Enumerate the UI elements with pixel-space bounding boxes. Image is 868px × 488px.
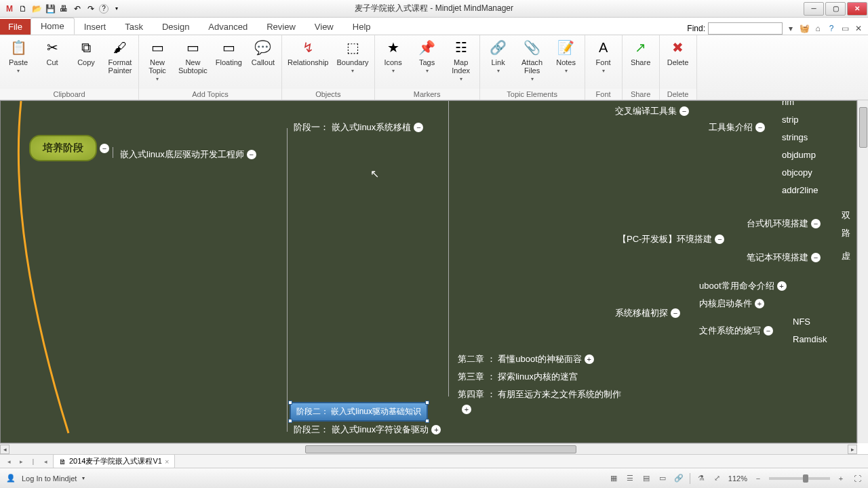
cut-button[interactable]: ✂Cut <box>39 38 65 66</box>
qat-dropdown-icon[interactable]: ▾ <box>111 3 122 14</box>
ribbon-minimize-icon[interactable]: ▭ <box>840 23 850 34</box>
ribbon-close-icon[interactable]: ✕ <box>853 23 864 34</box>
expand-icon[interactable]: + <box>431 425 441 434</box>
topic-tool-addr2line[interactable]: addr2line <box>782 185 818 195</box>
format-painter-button[interactable]: 🖌FormatPainter <box>107 38 133 75</box>
topic-tool-objdump[interactable]: objdump <box>782 150 816 160</box>
topic-stage2-selected[interactable]: 阶段二： 嵌入式linux驱动基础知识 <box>290 402 428 422</box>
link-dropdown-icon[interactable]: ▾ <box>497 68 500 74</box>
help-icon[interactable]: ? <box>99 4 108 14</box>
collapse-icon[interactable]: − <box>671 308 680 318</box>
document-tab[interactable]: 🗎 2014麦子学院嵌入式课程V1 × <box>53 454 175 468</box>
topic-nfs[interactable]: NFS <box>793 317 810 327</box>
callout-button[interactable]: 💬Callout <box>250 38 276 66</box>
tab-view[interactable]: View <box>305 19 343 35</box>
horizontal-scrollbar[interactable]: ◂ ▸ <box>0 443 857 454</box>
boundary-button[interactable]: ⬚Boundary▾ <box>337 38 369 74</box>
root-topic[interactable]: 培养阶段 − <box>29 135 109 161</box>
topic-tool-strip[interactable]: strip <box>782 115 799 125</box>
new-doc-icon[interactable]: 🗋 <box>18 3 28 14</box>
nav-back-icon[interactable]: ◂ <box>4 457 14 466</box>
expand-icon[interactable]: + <box>777 281 787 291</box>
topic-extra2[interactable]: 路 <box>842 227 850 239</box>
share-button[interactable]: ↗Share <box>628 38 654 66</box>
tab-insert[interactable]: Insert <box>75 19 116 35</box>
nav-first-icon[interactable]: ◂ <box>41 457 50 466</box>
topic-desktop-env[interactable]: 台式机环境搭建 − <box>747 218 821 230</box>
collapse-icon[interactable]: − <box>414 123 423 132</box>
collapse-icon[interactable]: − <box>811 219 821 228</box>
zoom-in-icon[interactable]: + <box>835 473 846 484</box>
scroll-thumb[interactable] <box>859 107 867 148</box>
topic-stage3[interactable]: 阶段三： 嵌入式linux字符设备驱动 + <box>294 424 441 436</box>
tags-dropdown-icon[interactable]: ▾ <box>426 68 429 74</box>
topic-chapter-4[interactable]: 第四章 ： 有朋至远方来之文件系统的制作 <box>458 388 621 401</box>
view-outline-icon[interactable]: ☰ <box>625 473 635 484</box>
notes-dropdown-icon[interactable]: ▾ <box>565 68 568 74</box>
filter-icon[interactable]: ⚗ <box>696 473 707 484</box>
font-dropdown-icon[interactable]: ▾ <box>602 68 605 74</box>
topic-engineer[interactable]: 嵌入式linux底层驱动开发工程师 − <box>120 148 256 161</box>
login-dropdown-icon[interactable]: ▾ <box>82 475 85 481</box>
topic-sys-port[interactable]: 系统移植初探 − <box>615 307 680 319</box>
collapse-icon[interactable]: − <box>100 144 109 153</box>
topic-stage1[interactable]: 阶段一： 嵌入式linux系统移植 − <box>294 121 423 134</box>
scroll-right-icon[interactable]: ▸ <box>848 445 857 454</box>
tab-task[interactable]: Task <box>115 19 153 35</box>
topic-chapter-2[interactable]: 第二章 ： 看懂uboot的神秘面容 + <box>458 353 594 365</box>
attach-files-dropdown-icon[interactable]: ▾ <box>531 76 534 82</box>
basket-icon[interactable]: 🧺 <box>799 23 810 34</box>
close-button[interactable]: ✕ <box>847 2 867 16</box>
fit-icon[interactable]: ⤢ <box>712 473 723 484</box>
save-icon[interactable]: 💾 <box>45 3 56 14</box>
attach-files-button[interactable]: 📎AttachFiles▾ <box>519 38 545 82</box>
tab-help[interactable]: Help <box>343 19 380 35</box>
copy-button[interactable]: ⧉Copy <box>73 38 99 66</box>
topic-ramdisk[interactable]: Ramdisk <box>793 334 827 344</box>
tab-advanced[interactable]: Advanced <box>199 19 257 35</box>
zoom-value[interactable]: 112% <box>728 474 747 483</box>
home-icon[interactable]: ⌂ <box>812 23 823 34</box>
tab-home[interactable]: Home <box>31 18 75 35</box>
tags-button[interactable]: 📌Tags▾ <box>414 38 440 74</box>
map-index-button[interactable]: ☷MapIndex▾ <box>448 38 474 82</box>
new-topic-dropdown-icon[interactable]: ▾ <box>156 76 159 82</box>
view-map-icon[interactable]: ▦ <box>608 473 619 484</box>
zoom-thumb[interactable] <box>803 474 808 483</box>
redo-icon[interactable]: ↷ <box>85 3 96 14</box>
boundary-dropdown-icon[interactable]: ▾ <box>351 68 354 74</box>
file-tab[interactable]: File <box>0 19 31 35</box>
tab-review[interactable]: Review <box>257 19 305 35</box>
expand-icon[interactable]: + <box>755 299 764 308</box>
expand-stage2[interactable]: + <box>462 405 471 414</box>
expand-icon[interactable]: + <box>585 354 594 364</box>
topic-uboot-cmd[interactable]: uboot常用命令介绍 + <box>699 280 787 292</box>
icons-dropdown-icon[interactable]: ▾ <box>392 68 395 74</box>
topic-toolset-intro[interactable]: 工具集介绍 − <box>709 121 765 134</box>
print-icon[interactable]: 🖶 <box>58 3 69 14</box>
find-input[interactable] <box>708 22 783 35</box>
topic-tool-objcopy[interactable]: objcopy <box>782 167 812 178</box>
vertical-scrollbar[interactable] <box>857 100 868 443</box>
topic-laptop-env[interactable]: 笔记本环境搭建 − <box>747 251 821 264</box>
help-circle-icon[interactable]: ? <box>826 23 837 34</box>
topic-kernel-boot[interactable]: 内核启动条件 + <box>699 298 764 310</box>
login-link[interactable]: Log In to Mindjet <box>22 474 77 483</box>
close-tab-icon[interactable]: × <box>165 458 169 466</box>
relationship-button[interactable]: ↯Relationship <box>288 38 329 66</box>
font-button[interactable]: AFont▾ <box>591 38 616 74</box>
topic-fs-burn[interactable]: 文件系统的烧写 − <box>699 325 773 337</box>
view-gantt-icon[interactable]: ▤ <box>641 473 652 484</box>
topic-tool-strings[interactable]: strings <box>782 132 808 142</box>
scroll-left-icon[interactable]: ◂ <box>0 445 9 454</box>
collapse-icon[interactable]: − <box>715 235 724 244</box>
find-dropdown-icon[interactable]: ▾ <box>785 23 796 34</box>
zoom-out-icon[interactable]: − <box>753 473 764 484</box>
collapse-icon[interactable]: − <box>764 326 773 336</box>
paste-dropdown-icon[interactable]: ▾ <box>17 68 20 74</box>
nav-fwd-icon[interactable]: ▸ <box>16 457 26 466</box>
delete-button[interactable]: ✖Delete <box>665 38 691 66</box>
zoom-slider[interactable] <box>769 477 830 480</box>
topic-pc-dev[interactable]: 【PC-开发板】环境搭建 − <box>618 233 724 245</box>
maximize-button[interactable]: ▢ <box>825 2 846 16</box>
